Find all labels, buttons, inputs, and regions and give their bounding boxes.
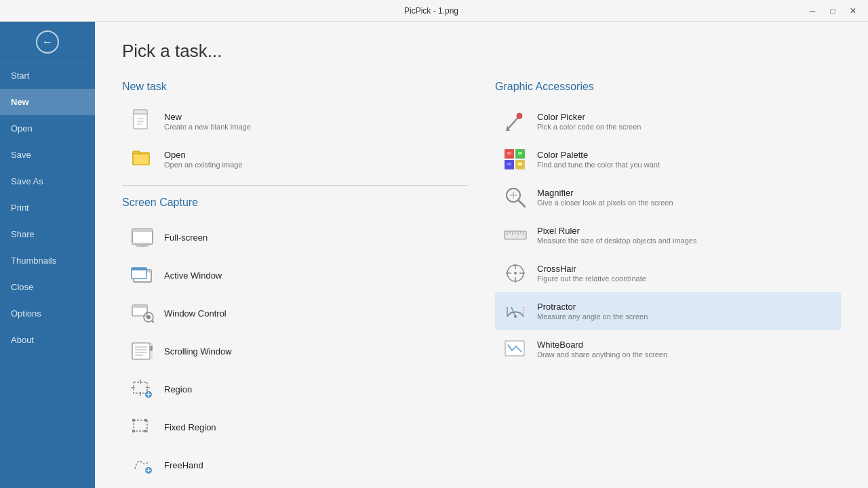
task-fixed-region-label: Fixed Region xyxy=(164,422,216,432)
task-scrolling-window-label: Scrolling Window xyxy=(164,346,232,357)
task-new-text: New Create a new blank image xyxy=(164,112,251,131)
task-open-label: Open xyxy=(164,150,243,160)
svg-rect-41 xyxy=(144,430,147,432)
screen-capture-section-title: Screen Capture xyxy=(122,197,468,209)
sidebar-item-save-as[interactable]: Save As xyxy=(0,168,95,195)
freehand-icon xyxy=(130,453,155,477)
task-window-control-text: Window Control xyxy=(164,308,226,319)
region-icon xyxy=(130,377,155,401)
sidebar-item-start[interactable]: Start xyxy=(0,62,95,89)
task-pixel-ruler[interactable]: Pixel Ruler Measure the size of desktop … xyxy=(495,216,841,254)
task-color-palette-desc: Find and tune the color that you want xyxy=(537,161,660,169)
task-repeat-last[interactable]: Repeat Last Capture xyxy=(122,484,468,488)
task-crosshair-text: CrossHair Figure out the relative coordi… xyxy=(537,264,646,283)
sidebar-item-about[interactable]: About xyxy=(0,327,95,353)
active-window-icon xyxy=(130,263,155,287)
sidebar-item-open[interactable]: Open xyxy=(0,115,95,142)
svg-point-74 xyxy=(514,272,517,274)
crosshair-icon xyxy=(503,261,528,285)
svg-rect-40 xyxy=(132,430,135,432)
task-fixed-region-text: Fixed Region xyxy=(164,422,216,432)
task-freehand-label: FreeHand xyxy=(164,460,203,470)
task-whiteboard-text: WhiteBoard Draw and share anything on th… xyxy=(537,340,667,359)
task-open-desc: Open an existing image xyxy=(164,161,243,169)
task-open[interactable]: Open Open an existing image xyxy=(122,140,468,178)
task-magnifier[interactable]: Magnifier Give a closer look at pixels o… xyxy=(495,178,841,216)
task-region[interactable]: Region xyxy=(122,370,468,408)
svg-line-21 xyxy=(152,321,154,323)
task-fixed-region[interactable]: Fixed Region xyxy=(122,408,468,446)
right-column: Graphic Accessories Color Picker Pick a … xyxy=(495,81,841,488)
open-icon xyxy=(130,147,155,171)
task-scrolling-window[interactable]: Scrolling Window xyxy=(122,332,468,370)
svg-rect-28 xyxy=(150,346,153,351)
task-fullscreen[interactable]: Full-screen xyxy=(122,218,468,256)
content-area: Pick a task... New task xyxy=(95,22,868,488)
pixel-ruler-icon xyxy=(503,223,528,247)
minimize-button[interactable]: ─ xyxy=(803,3,822,18)
task-color-picker[interactable]: Color Picker Pick a color code on the sc… xyxy=(495,102,841,140)
fixed-region-icon xyxy=(130,415,155,439)
divider-1 xyxy=(122,185,468,186)
svg-rect-6 xyxy=(133,151,140,154)
task-scrolling-window-text: Scrolling Window xyxy=(164,346,232,357)
titlebar-title: PicPick - 1.png xyxy=(60,6,803,16)
task-new[interactable]: New Create a new blank image xyxy=(122,102,468,140)
svg-rect-56 xyxy=(518,163,522,165)
svg-point-20 xyxy=(146,315,151,319)
task-window-control[interactable]: Window Control xyxy=(122,294,468,332)
sidebar-item-options[interactable]: Options xyxy=(0,300,95,327)
task-fullscreen-text: Full-screen xyxy=(164,232,208,243)
sidebar: ← StartNewOpenSaveSave AsPrintShareThumb… xyxy=(0,22,95,488)
sidebar-item-thumbnails[interactable]: Thumbnails xyxy=(0,247,95,274)
maximize-button[interactable]: □ xyxy=(823,3,842,18)
svg-rect-55 xyxy=(507,163,511,165)
task-whiteboard[interactable]: WhiteBoard Draw and share anything on th… xyxy=(495,330,841,368)
titlebar-controls: ─ □ ✕ xyxy=(803,3,863,18)
task-region-label: Region xyxy=(164,384,192,394)
task-protractor[interactable]: Protractor Measure any angle on the scre… xyxy=(495,292,841,330)
task-freehand[interactable]: FreeHand xyxy=(122,446,468,484)
task-crosshair-label: CrossHair xyxy=(537,264,646,274)
task-color-picker-desc: Pick a color code on the screen xyxy=(537,123,641,131)
svg-rect-7 xyxy=(133,154,149,165)
svg-rect-37 xyxy=(134,420,147,431)
task-color-picker-label: Color Picker xyxy=(537,112,641,122)
sidebar-item-print[interactable]: Print xyxy=(0,195,95,221)
graphic-accessories-section-title: Graphic Accessories xyxy=(495,81,841,93)
sidebar-item-save[interactable]: Save xyxy=(0,142,95,168)
task-pixel-ruler-text: Pixel Ruler Measure the size of desktop … xyxy=(537,226,696,245)
svg-rect-53 xyxy=(507,152,511,155)
sidebar-item-share[interactable]: Share xyxy=(0,221,95,247)
svg-rect-54 xyxy=(518,152,522,155)
task-active-window[interactable]: Active Window xyxy=(122,256,468,294)
task-crosshair[interactable]: CrossHair Figure out the relative coordi… xyxy=(495,254,841,292)
task-pixel-ruler-desc: Measure the size of desktop objects and … xyxy=(537,237,696,245)
task-magnifier-text: Magnifier Give a closer look at pixels o… xyxy=(537,188,673,207)
task-open-text: Open Open an existing image xyxy=(164,150,243,169)
svg-rect-38 xyxy=(132,419,135,422)
svg-rect-9 xyxy=(132,229,153,232)
task-color-palette-label: Color Palette xyxy=(537,150,660,160)
task-color-palette[interactable]: Color Palette Find and tune the color th… xyxy=(495,140,841,178)
scrolling-window-icon xyxy=(130,339,155,363)
task-color-picker-text: Color Picker Pick a color code on the sc… xyxy=(537,112,641,131)
task-whiteboard-label: WhiteBoard xyxy=(537,340,667,350)
protractor-icon xyxy=(503,299,528,323)
svg-rect-29 xyxy=(134,382,147,393)
sidebar-item-new[interactable]: New xyxy=(0,89,95,115)
app-body: ← StartNewOpenSaveSave AsPrintShareThumb… xyxy=(0,22,868,488)
sidebar-item-close[interactable]: Close xyxy=(0,274,95,300)
svg-rect-18 xyxy=(132,305,147,308)
task-new-label: New xyxy=(164,112,251,122)
new-icon xyxy=(130,109,155,134)
svg-rect-16 xyxy=(132,268,146,270)
back-button[interactable]: ← xyxy=(0,22,95,62)
svg-rect-12 xyxy=(136,245,149,247)
close-window-button[interactable]: ✕ xyxy=(844,3,863,18)
svg-rect-1 xyxy=(134,110,147,114)
task-new-desc: Create a new blank image xyxy=(164,123,251,131)
task-magnifier-desc: Give a closer look at pixels on the scre… xyxy=(537,199,673,207)
svg-point-47 xyxy=(517,113,522,119)
task-active-window-label: Active Window xyxy=(164,270,222,281)
